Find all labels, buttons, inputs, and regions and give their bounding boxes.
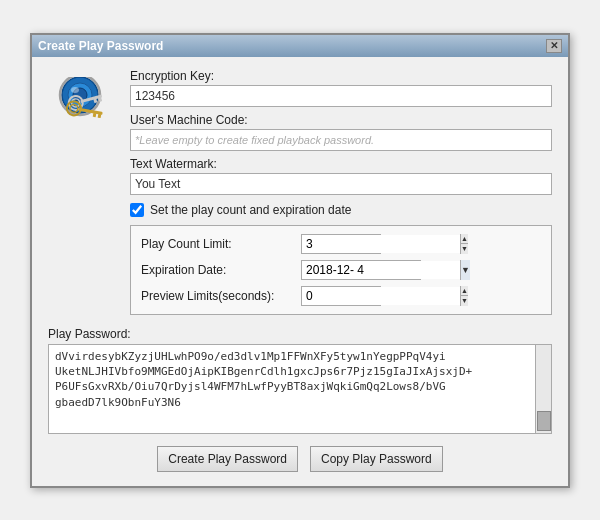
watermark-group: Text Watermark: [130,157,552,195]
expiration-date-dropdown-btn[interactable]: ▼ [460,260,470,280]
play-count-label: Play Count Limit: [141,237,301,251]
watermark-label: Text Watermark: [130,157,552,171]
password-label: Play Password: [48,327,552,341]
svg-point-3 [71,87,79,93]
expiration-date-picker: ▼ [301,260,421,280]
button-row: Create Play Password Copy Play Password [32,434,568,486]
encryption-key-label: Encryption Key: [130,69,552,83]
password-textarea-wrapper: dVvirdesybKZyzjUHLwhPO9o/ed3dlv1Mp1FFWnX… [48,344,552,434]
close-button[interactable]: ✕ [546,39,562,53]
content-area: Encryption Key: User's Machine Code: Tex… [32,57,568,327]
preview-down-btn[interactable]: ▼ [461,296,468,306]
copy-password-button[interactable]: Copy Play Password [310,446,443,472]
expiration-checkbox[interactable] [130,203,144,217]
form-area: Encryption Key: User's Machine Code: Tex… [130,69,552,315]
expiration-date-input[interactable] [302,261,460,279]
expiration-checkbox-row: Set the play count and expiration date [130,203,552,217]
icon-area [48,69,118,315]
svg-rect-14 [98,113,102,117]
play-count-spinner: ▲ ▼ [301,234,381,254]
preview-up-btn[interactable]: ▲ [461,286,468,297]
password-textarea[interactable]: dVvirdesybKZyzjUHLwhPO9o/ed3dlv1Mp1FFWnX… [49,345,535,433]
play-count-input[interactable] [302,235,460,253]
encryption-key-group: Encryption Key: [130,69,552,107]
preview-limits-spin-buttons: ▲ ▼ [460,286,468,306]
title-bar: Create Play Password ✕ [32,35,568,57]
preview-limits-row: Preview Limits(seconds): ▲ ▼ [141,286,541,306]
main-window: Create Play Password ✕ [30,33,570,488]
machine-code-group: User's Machine Code: [130,113,552,151]
play-count-spin-buttons: ▲ ▼ [460,234,468,254]
preview-limits-input[interactable] [302,287,460,305]
watermark-input[interactable] [130,173,552,195]
password-section: Play Password: dVvirdesybKZyzjUHLwhPO9o/… [32,327,568,434]
play-count-row: Play Count Limit: ▲ ▼ [141,234,541,254]
machine-code-input[interactable] [130,129,552,151]
preview-limits-label: Preview Limits(seconds): [141,289,301,303]
expiration-date-row: Expiration Date: ▼ [141,260,541,280]
expiration-date-label: Expiration Date: [141,263,301,277]
create-password-button[interactable]: Create Play Password [157,446,298,472]
scrollbar-thumb [537,411,551,431]
play-count-up-btn[interactable]: ▲ [461,234,468,245]
svg-rect-13 [93,112,97,116]
expiration-checkbox-label: Set the play count and expiration date [150,203,351,217]
window-title: Create Play Password [38,39,163,53]
options-box: Play Count Limit: ▲ ▼ Expiration Date: [130,225,552,315]
preview-limits-spinner: ▲ ▼ [301,286,381,306]
encryption-key-input[interactable] [130,85,552,107]
password-scrollbar[interactable] [535,345,551,433]
play-count-down-btn[interactable]: ▼ [461,244,468,254]
keys-icon [48,77,113,157]
machine-code-label: User's Machine Code: [130,113,552,127]
